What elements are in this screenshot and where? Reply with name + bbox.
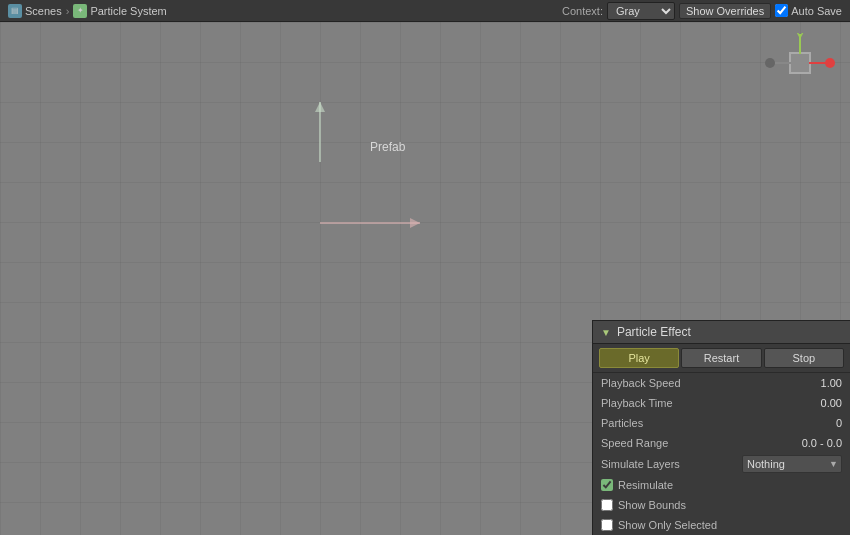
- playback-speed-label: Playback Speed: [601, 377, 821, 389]
- gizmo-center-box: [789, 52, 811, 74]
- viewport: Prefab Y < Persp ▼ Particle Effect Play …: [0, 22, 850, 535]
- resimulate-checkbox[interactable]: [601, 479, 613, 491]
- panel-title: Particle Effect: [617, 325, 691, 339]
- resimulate-label: Resimulate: [618, 479, 673, 491]
- scenes-label: Scenes: [25, 5, 62, 17]
- panel-buttons: Play Restart Stop: [593, 344, 850, 373]
- show-bounds-row: Show Bounds: [593, 495, 850, 515]
- show-bounds-label: Show Bounds: [618, 499, 686, 511]
- show-bounds-checkbox[interactable]: [601, 499, 613, 511]
- speed-range-row: Speed Range 0.0 - 0.0: [593, 433, 850, 453]
- particle-system-icon: ✦: [73, 4, 87, 18]
- show-only-selected-row: Show Only Selected: [593, 515, 850, 535]
- viewport-gizmo[interactable]: Y: [760, 32, 840, 122]
- context-select[interactable]: Gray Sky Custom: [607, 2, 675, 20]
- scenes-icon: ▤: [8, 4, 22, 18]
- playback-time-row: Playback Time 0.00: [593, 393, 850, 413]
- simulate-layers-row: Simulate Layers Nothing Everything Defau…: [593, 453, 850, 475]
- y-axis-tip: [315, 102, 325, 112]
- gizmo-left-tip: [765, 58, 775, 68]
- breadcrumb-scenes[interactable]: ▤ Scenes: [8, 4, 62, 18]
- speed-range-value: 0.0 - 0.0: [802, 437, 842, 449]
- playback-speed-value: 1.00: [821, 377, 842, 389]
- play-button[interactable]: Play: [599, 348, 679, 368]
- show-only-selected-checkbox[interactable]: [601, 519, 613, 531]
- gizmo-left-arm: [771, 62, 791, 64]
- speed-range-label: Speed Range: [601, 437, 802, 449]
- resimulate-row: Resimulate: [593, 475, 850, 495]
- y-axis: [319, 102, 321, 162]
- gizmo-y-arm: [799, 34, 801, 54]
- show-only-selected-label: Show Only Selected: [618, 519, 717, 531]
- playback-speed-row: Playback Speed 1.00: [593, 373, 850, 393]
- simulate-layers-select-wrapper: Nothing Everything Default ▼: [742, 455, 842, 473]
- simulate-layers-select[interactable]: Nothing Everything Default: [742, 455, 842, 473]
- panel-header: ▼ Particle Effect: [593, 321, 850, 344]
- auto-save-checkbox[interactable]: [775, 4, 788, 17]
- context-label: Context:: [562, 5, 603, 17]
- gizmo-right-arm: [809, 62, 829, 64]
- particles-label: Particles: [601, 417, 836, 429]
- stop-button[interactable]: Stop: [764, 348, 844, 368]
- breadcrumb-particle-system[interactable]: ✦ Particle System: [73, 4, 166, 18]
- simulate-layers-label: Simulate Layers: [601, 458, 742, 470]
- playback-time-value: 0.00: [821, 397, 842, 409]
- particle-effect-panel: ▼ Particle Effect Play Restart Stop Play…: [592, 320, 850, 535]
- breadcrumb-sep: ›: [66, 5, 70, 17]
- auto-save-label: Auto Save: [775, 4, 842, 17]
- prefab-label: Prefab: [370, 140, 405, 154]
- gizmo-right-tip: [825, 58, 835, 68]
- panel-collapse-arrow[interactable]: ▼: [601, 327, 611, 338]
- particle-system-label: Particle System: [90, 5, 166, 17]
- particles-value: 0: [836, 417, 842, 429]
- restart-button[interactable]: Restart: [681, 348, 761, 368]
- particles-row: Particles 0: [593, 413, 850, 433]
- show-overrides-button[interactable]: Show Overrides: [679, 3, 771, 19]
- playback-time-label: Playback Time: [601, 397, 821, 409]
- topbar: ▤ Scenes › ✦ Particle System Context: Gr…: [0, 0, 850, 22]
- x-axis: [320, 222, 420, 224]
- x-axis-tip: [410, 218, 420, 228]
